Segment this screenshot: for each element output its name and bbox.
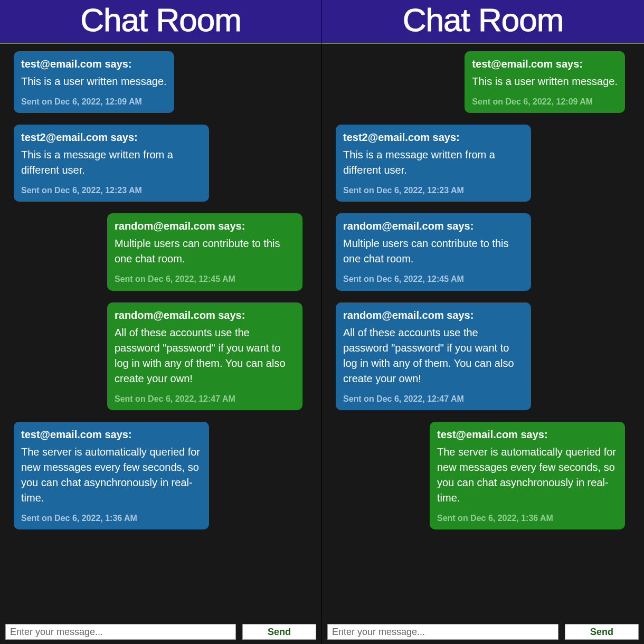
message-body: Multiple users can contribute to this on…	[115, 236, 295, 267]
message-timestamp: Sent on Dec 6, 2022, 12:09 AM	[472, 96, 618, 108]
message-timestamp: Sent on Dec 6, 2022, 12:47 AM	[115, 393, 295, 405]
message-sender: test@email.com says:	[437, 427, 618, 442]
message-body: All of these accounts use the password "…	[115, 325, 295, 386]
message-timestamp: Sent on Dec 6, 2022, 12:45 AM	[343, 273, 524, 285]
send-button[interactable]: Send	[242, 624, 316, 640]
message-bubble: test@email.com says:The server is automa…	[430, 422, 625, 529]
message-input[interactable]	[5, 624, 236, 640]
message-body: This is a user written message.	[21, 74, 167, 89]
message-bubble: test@email.com says:This is a user writt…	[465, 51, 625, 113]
message-bubble: random@email.com says:Multiple users can…	[107, 213, 302, 290]
message-input[interactable]	[327, 624, 558, 640]
page-title: Chat Room	[0, 0, 321, 44]
message-body: The server is automatically queried for …	[21, 444, 202, 506]
message-timestamp: Sent on Dec 6, 2022, 12:23 AM	[21, 184, 202, 196]
message-body: This is a user written message.	[472, 74, 618, 89]
message-body: All of these accounts use the password "…	[343, 325, 524, 386]
message-timestamp: Sent on Dec 6, 2022, 1:36 AM	[21, 512, 202, 524]
message-bubble: test2@email.com says:This is a message w…	[336, 125, 531, 202]
message-sender: random@email.com says:	[115, 219, 295, 234]
message-timestamp: Sent on Dec 6, 2022, 12:45 AM	[115, 273, 295, 285]
message-sender: random@email.com says:	[343, 219, 524, 234]
page-title: Chat Room	[322, 0, 644, 44]
message-timestamp: Sent on Dec 6, 2022, 12:47 AM	[343, 393, 524, 405]
message-timestamp: Sent on Dec 6, 2022, 12:09 AM	[21, 96, 167, 108]
chat-pane-left: Chat Room test@email.com says:This is a …	[0, 0, 322, 644]
message-body: Multiple users can contribute to this on…	[343, 236, 524, 267]
message-sender: test2@email.com says:	[21, 130, 202, 145]
message-list[interactable]: test@email.com says:This is a user writt…	[322, 44, 644, 644]
message-sender: test@email.com says:	[21, 427, 202, 442]
message-sender: test@email.com says:	[21, 56, 167, 72]
message-body: This is a message written from a differe…	[343, 147, 524, 178]
message-bubble: random@email.com says:All of these accou…	[336, 302, 531, 410]
composer: Send	[5, 624, 316, 640]
message-bubble: random@email.com says:All of these accou…	[107, 302, 302, 410]
message-body: This is a message written from a differe…	[21, 147, 202, 178]
message-timestamp: Sent on Dec 6, 2022, 12:23 AM	[343, 184, 524, 196]
chat-pane-right: Chat Room test@email.com says:This is a …	[322, 0, 644, 644]
message-timestamp: Sent on Dec 6, 2022, 1:36 AM	[437, 512, 618, 524]
message-sender: random@email.com says:	[115, 308, 295, 323]
message-bubble: test@email.com says:The server is automa…	[14, 422, 209, 529]
message-list[interactable]: test@email.com says:This is a user writt…	[0, 44, 321, 644]
message-bubble: test@email.com says:This is a user writt…	[14, 51, 174, 113]
send-button[interactable]: Send	[565, 624, 639, 640]
composer: Send	[327, 624, 639, 640]
message-bubble: random@email.com says:Multiple users can…	[336, 213, 531, 290]
message-bubble: test2@email.com says:This is a message w…	[14, 125, 209, 202]
message-sender: test2@email.com says:	[343, 130, 524, 145]
message-sender: random@email.com says:	[343, 308, 524, 323]
message-sender: test@email.com says:	[472, 56, 618, 72]
message-body: The server is automatically queried for …	[437, 444, 618, 506]
